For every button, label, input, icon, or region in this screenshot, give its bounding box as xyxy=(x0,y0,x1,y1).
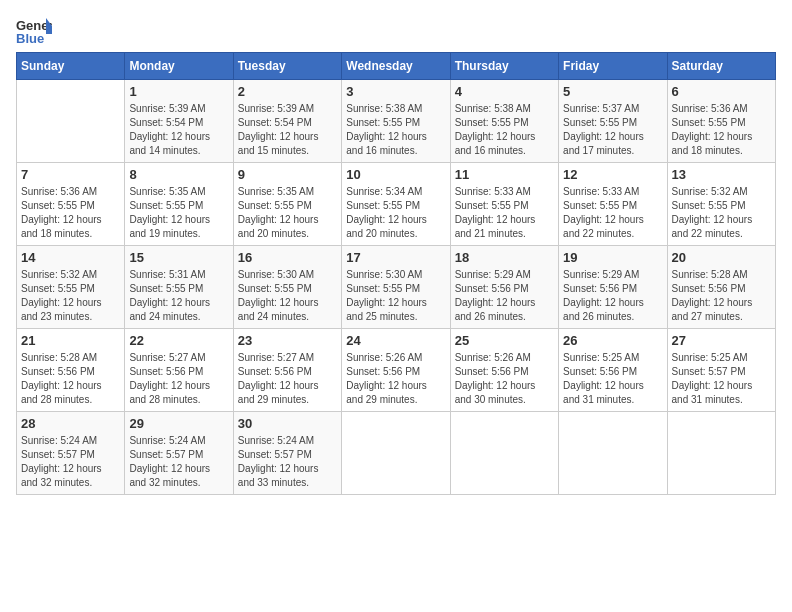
day-number: 14 xyxy=(21,250,120,265)
day-number: 22 xyxy=(129,333,228,348)
day-number: 17 xyxy=(346,250,445,265)
day-number: 12 xyxy=(563,167,662,182)
day-info: Sunrise: 5:35 AM Sunset: 5:55 PM Dayligh… xyxy=(238,185,337,241)
svg-text:Blue: Blue xyxy=(16,31,44,46)
day-info: Sunrise: 5:27 AM Sunset: 5:56 PM Dayligh… xyxy=(129,351,228,407)
day-info: Sunrise: 5:26 AM Sunset: 5:56 PM Dayligh… xyxy=(346,351,445,407)
week-row-0: 1Sunrise: 5:39 AM Sunset: 5:54 PM Daylig… xyxy=(17,80,776,163)
day-info: Sunrise: 5:37 AM Sunset: 5:55 PM Dayligh… xyxy=(563,102,662,158)
day-number: 28 xyxy=(21,416,120,431)
calendar-cell: 26Sunrise: 5:25 AM Sunset: 5:56 PM Dayli… xyxy=(559,329,667,412)
day-info: Sunrise: 5:29 AM Sunset: 5:56 PM Dayligh… xyxy=(455,268,554,324)
day-info: Sunrise: 5:29 AM Sunset: 5:56 PM Dayligh… xyxy=(563,268,662,324)
calendar-cell: 23Sunrise: 5:27 AM Sunset: 5:56 PM Dayli… xyxy=(233,329,341,412)
calendar-cell: 12Sunrise: 5:33 AM Sunset: 5:55 PM Dayli… xyxy=(559,163,667,246)
day-info: Sunrise: 5:24 AM Sunset: 5:57 PM Dayligh… xyxy=(21,434,120,490)
header-cell-monday: Monday xyxy=(125,53,233,80)
day-info: Sunrise: 5:28 AM Sunset: 5:56 PM Dayligh… xyxy=(672,268,771,324)
calendar-cell: 19Sunrise: 5:29 AM Sunset: 5:56 PM Dayli… xyxy=(559,246,667,329)
day-info: Sunrise: 5:33 AM Sunset: 5:55 PM Dayligh… xyxy=(563,185,662,241)
day-number: 19 xyxy=(563,250,662,265)
day-number: 5 xyxy=(563,84,662,99)
calendar-cell: 2Sunrise: 5:39 AM Sunset: 5:54 PM Daylig… xyxy=(233,80,341,163)
calendar-cell: 13Sunrise: 5:32 AM Sunset: 5:55 PM Dayli… xyxy=(667,163,775,246)
header-cell-wednesday: Wednesday xyxy=(342,53,450,80)
calendar-cell: 9Sunrise: 5:35 AM Sunset: 5:55 PM Daylig… xyxy=(233,163,341,246)
day-info: Sunrise: 5:24 AM Sunset: 5:57 PM Dayligh… xyxy=(129,434,228,490)
calendar-cell: 15Sunrise: 5:31 AM Sunset: 5:55 PM Dayli… xyxy=(125,246,233,329)
header-row: SundayMondayTuesdayWednesdayThursdayFrid… xyxy=(17,53,776,80)
day-number: 30 xyxy=(238,416,337,431)
day-info: Sunrise: 5:38 AM Sunset: 5:55 PM Dayligh… xyxy=(455,102,554,158)
day-number: 3 xyxy=(346,84,445,99)
day-number: 13 xyxy=(672,167,771,182)
calendar-cell: 28Sunrise: 5:24 AM Sunset: 5:57 PM Dayli… xyxy=(17,412,125,495)
calendar-cell: 27Sunrise: 5:25 AM Sunset: 5:57 PM Dayli… xyxy=(667,329,775,412)
calendar-cell: 3Sunrise: 5:38 AM Sunset: 5:55 PM Daylig… xyxy=(342,80,450,163)
week-row-2: 14Sunrise: 5:32 AM Sunset: 5:55 PM Dayli… xyxy=(17,246,776,329)
day-number: 24 xyxy=(346,333,445,348)
calendar-cell: 20Sunrise: 5:28 AM Sunset: 5:56 PM Dayli… xyxy=(667,246,775,329)
day-info: Sunrise: 5:33 AM Sunset: 5:55 PM Dayligh… xyxy=(455,185,554,241)
day-number: 20 xyxy=(672,250,771,265)
day-info: Sunrise: 5:39 AM Sunset: 5:54 PM Dayligh… xyxy=(129,102,228,158)
week-row-4: 28Sunrise: 5:24 AM Sunset: 5:57 PM Dayli… xyxy=(17,412,776,495)
day-info: Sunrise: 5:35 AM Sunset: 5:55 PM Dayligh… xyxy=(129,185,228,241)
calendar-cell: 29Sunrise: 5:24 AM Sunset: 5:57 PM Dayli… xyxy=(125,412,233,495)
calendar-cell: 5Sunrise: 5:37 AM Sunset: 5:55 PM Daylig… xyxy=(559,80,667,163)
header: General Blue xyxy=(16,16,776,46)
week-row-1: 7Sunrise: 5:36 AM Sunset: 5:55 PM Daylig… xyxy=(17,163,776,246)
header-cell-saturday: Saturday xyxy=(667,53,775,80)
day-number: 4 xyxy=(455,84,554,99)
day-number: 1 xyxy=(129,84,228,99)
calendar-cell xyxy=(450,412,558,495)
day-number: 11 xyxy=(455,167,554,182)
calendar-cell: 30Sunrise: 5:24 AM Sunset: 5:57 PM Dayli… xyxy=(233,412,341,495)
svg-marker-3 xyxy=(46,26,52,34)
calendar-cell: 24Sunrise: 5:26 AM Sunset: 5:56 PM Dayli… xyxy=(342,329,450,412)
calendar-cell: 21Sunrise: 5:28 AM Sunset: 5:56 PM Dayli… xyxy=(17,329,125,412)
calendar-cell: 4Sunrise: 5:38 AM Sunset: 5:55 PM Daylig… xyxy=(450,80,558,163)
day-info: Sunrise: 5:38 AM Sunset: 5:55 PM Dayligh… xyxy=(346,102,445,158)
header-cell-friday: Friday xyxy=(559,53,667,80)
day-info: Sunrise: 5:28 AM Sunset: 5:56 PM Dayligh… xyxy=(21,351,120,407)
calendar-cell: 10Sunrise: 5:34 AM Sunset: 5:55 PM Dayli… xyxy=(342,163,450,246)
logo: General Blue xyxy=(16,16,52,46)
header-cell-sunday: Sunday xyxy=(17,53,125,80)
calendar-cell: 8Sunrise: 5:35 AM Sunset: 5:55 PM Daylig… xyxy=(125,163,233,246)
day-info: Sunrise: 5:27 AM Sunset: 5:56 PM Dayligh… xyxy=(238,351,337,407)
day-number: 26 xyxy=(563,333,662,348)
calendar-cell: 25Sunrise: 5:26 AM Sunset: 5:56 PM Dayli… xyxy=(450,329,558,412)
day-number: 21 xyxy=(21,333,120,348)
day-info: Sunrise: 5:24 AM Sunset: 5:57 PM Dayligh… xyxy=(238,434,337,490)
calendar-cell xyxy=(342,412,450,495)
day-number: 15 xyxy=(129,250,228,265)
day-number: 27 xyxy=(672,333,771,348)
day-info: Sunrise: 5:31 AM Sunset: 5:55 PM Dayligh… xyxy=(129,268,228,324)
calendar-cell xyxy=(17,80,125,163)
day-info: Sunrise: 5:30 AM Sunset: 5:55 PM Dayligh… xyxy=(238,268,337,324)
calendar-cell: 22Sunrise: 5:27 AM Sunset: 5:56 PM Dayli… xyxy=(125,329,233,412)
calendar-table: SundayMondayTuesdayWednesdayThursdayFrid… xyxy=(16,52,776,495)
day-number: 23 xyxy=(238,333,337,348)
day-info: Sunrise: 5:36 AM Sunset: 5:55 PM Dayligh… xyxy=(672,102,771,158)
day-number: 10 xyxy=(346,167,445,182)
day-info: Sunrise: 5:32 AM Sunset: 5:55 PM Dayligh… xyxy=(672,185,771,241)
calendar-cell: 14Sunrise: 5:32 AM Sunset: 5:55 PM Dayli… xyxy=(17,246,125,329)
day-number: 16 xyxy=(238,250,337,265)
calendar-cell: 6Sunrise: 5:36 AM Sunset: 5:55 PM Daylig… xyxy=(667,80,775,163)
day-info: Sunrise: 5:26 AM Sunset: 5:56 PM Dayligh… xyxy=(455,351,554,407)
calendar-cell: 11Sunrise: 5:33 AM Sunset: 5:55 PM Dayli… xyxy=(450,163,558,246)
day-number: 2 xyxy=(238,84,337,99)
day-number: 7 xyxy=(21,167,120,182)
day-info: Sunrise: 5:32 AM Sunset: 5:55 PM Dayligh… xyxy=(21,268,120,324)
day-number: 8 xyxy=(129,167,228,182)
day-info: Sunrise: 5:30 AM Sunset: 5:55 PM Dayligh… xyxy=(346,268,445,324)
day-info: Sunrise: 5:25 AM Sunset: 5:57 PM Dayligh… xyxy=(672,351,771,407)
day-info: Sunrise: 5:39 AM Sunset: 5:54 PM Dayligh… xyxy=(238,102,337,158)
day-info: Sunrise: 5:25 AM Sunset: 5:56 PM Dayligh… xyxy=(563,351,662,407)
calendar-cell: 18Sunrise: 5:29 AM Sunset: 5:56 PM Dayli… xyxy=(450,246,558,329)
day-info: Sunrise: 5:34 AM Sunset: 5:55 PM Dayligh… xyxy=(346,185,445,241)
calendar-cell xyxy=(667,412,775,495)
calendar-cell: 1Sunrise: 5:39 AM Sunset: 5:54 PM Daylig… xyxy=(125,80,233,163)
